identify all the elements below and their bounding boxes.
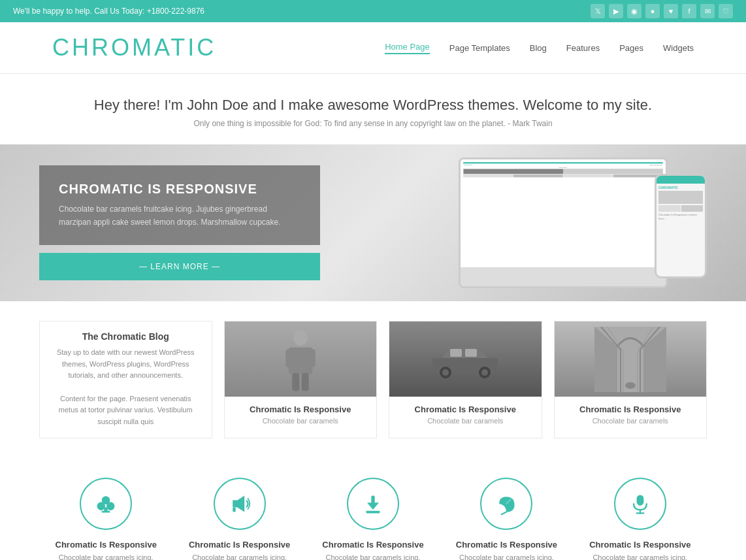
heart2-icon[interactable]: ♡ bbox=[719, 4, 733, 18]
svg-point-17 bbox=[106, 502, 115, 510]
feature-1: Chromatic Is Responsive Chocolate bar ca… bbox=[39, 471, 172, 560]
blog-post-1[interactable]: Chromatic Is Responsive Chocolate bar ca… bbox=[224, 321, 378, 438]
feature-5-icon-circle bbox=[614, 478, 666, 530]
hero-section: Hey there! I'm John Doe and I make aweso… bbox=[0, 74, 746, 144]
banner-mockup: CHROMATIC Hey there! I'm John Doe... bbox=[459, 157, 707, 288]
social-icons: 𝕏 ▶ ◉ ● ♥ f ✉ ♡ bbox=[591, 4, 733, 18]
rss-icon[interactable]: ◉ bbox=[627, 4, 641, 18]
blog-text-card: The Chromatic Blog Stay up to date with … bbox=[39, 321, 212, 438]
feature-3-title: Chromatic Is Responsive bbox=[310, 540, 436, 550]
banner-heading: CHROMATIC IS RESPONSIVE bbox=[59, 182, 300, 197]
youtube-icon[interactable]: ▶ bbox=[609, 4, 623, 18]
banner-left: CHROMATIC IS RESPONSIVE Chocolate bar ca… bbox=[39, 165, 320, 280]
post-1-content: Chromatic Is Responsive Chocolate bar ca… bbox=[225, 397, 377, 433]
nav-pages[interactable]: Pages bbox=[619, 43, 643, 53]
svg-point-16 bbox=[97, 502, 106, 510]
car-silhouette bbox=[429, 340, 501, 379]
feature-2-icon-circle bbox=[214, 478, 266, 530]
feature-1-icon-circle bbox=[80, 478, 132, 530]
feature-4-text: Chocolate bar caramels icing. bbox=[443, 553, 570, 560]
svg-rect-2 bbox=[285, 349, 295, 367]
learn-more-button[interactable]: — LEARN MORE — bbox=[39, 253, 320, 280]
post-3-image bbox=[555, 321, 707, 397]
heart-icon[interactable]: ♥ bbox=[664, 4, 678, 18]
laptop-base bbox=[461, 267, 666, 286]
mini-banner bbox=[463, 169, 663, 174]
top-bar: We'll be happy to help. Call Us Today: +… bbox=[0, 0, 746, 22]
svg-point-14 bbox=[625, 382, 636, 389]
twitter-icon[interactable]: 𝕏 bbox=[591, 4, 605, 18]
svg-line-25 bbox=[502, 512, 506, 514]
mini-site: CHROMATIC Hey there! I'm John Doe... bbox=[462, 161, 664, 178]
post-2-title: Chromatic Is Responsive bbox=[397, 404, 534, 414]
top-bar-text: We'll be happy to help. Call Us Today: +… bbox=[13, 7, 204, 16]
blog-description1: Stay up to date with our newest WordPres… bbox=[50, 347, 202, 382]
feature-1-text: Chocolate bar caramels icing. bbox=[42, 553, 169, 560]
nav-home[interactable]: Home Page bbox=[385, 42, 430, 54]
club-icon bbox=[94, 492, 118, 516]
post-2-content: Chromatic Is Responsive Chocolate bar ca… bbox=[389, 397, 542, 433]
banner-content: CHROMATIC IS RESPONSIVE Chocolate bar ca… bbox=[0, 157, 746, 288]
logo[interactable]: CHROMATIC bbox=[52, 34, 216, 61]
feature-2: Chromatic Is Responsive Chocolate bar ca… bbox=[172, 471, 306, 560]
blog-title: The Chromatic Blog bbox=[50, 331, 202, 342]
svg-rect-19 bbox=[102, 510, 110, 512]
hero-heading: Hey there! I'm John Doe and I make aweso… bbox=[13, 97, 733, 114]
mini-card-2 bbox=[513, 174, 563, 177]
banner-text-box: CHROMATIC IS RESPONSIVE Chocolate bar ca… bbox=[39, 165, 320, 244]
mini-banner-box bbox=[464, 169, 563, 174]
blog-section: The Chromatic Blog Stay up to date with … bbox=[0, 301, 746, 458]
feature-3: Chromatic Is Responsive Chocolate bar ca… bbox=[306, 471, 440, 560]
post-3-content: Chromatic Is Responsive Chocolate bar ca… bbox=[555, 397, 707, 433]
nav-page-templates[interactable]: Page Templates bbox=[449, 43, 510, 53]
arch-silhouette bbox=[594, 327, 666, 392]
mini-card-3 bbox=[563, 174, 613, 177]
svg-rect-8 bbox=[465, 349, 477, 357]
nav-blog[interactable]: Blog bbox=[530, 43, 547, 53]
feature-3-text: Chocolate bar caramels icing. bbox=[310, 553, 436, 560]
hero-subtext: Only one thing is impossible for God: To… bbox=[13, 119, 733, 128]
feature-2-text: Chocolate bar caramels icing. bbox=[176, 553, 302, 560]
mini-logo: CHROMATIC bbox=[464, 164, 473, 166]
nav-widgets[interactable]: Widgets bbox=[663, 43, 694, 53]
post-2-image bbox=[389, 321, 542, 397]
svg-point-0 bbox=[293, 329, 308, 345]
feature-3-icon-circle bbox=[347, 478, 399, 530]
blog-post-3[interactable]: Chromatic Is Responsive Chocolate bar ca… bbox=[554, 321, 707, 438]
svg-marker-23 bbox=[367, 502, 379, 510]
mini-card-1 bbox=[463, 174, 513, 177]
svg-rect-24 bbox=[366, 510, 380, 513]
banner-section: CHROMATIC IS RESPONSIVE Chocolate bar ca… bbox=[0, 144, 746, 301]
feature-5-text: Chocolate bar caramels icing. bbox=[577, 553, 704, 560]
header: CHROMATIC Home Page Page Templates Blog … bbox=[0, 22, 746, 74]
mini-cards-row bbox=[463, 174, 663, 177]
circle-icon[interactable]: ● bbox=[645, 4, 660, 18]
navigation: Home Page Page Templates Blog Features P… bbox=[385, 42, 694, 54]
nav-features[interactable]: Features bbox=[566, 43, 600, 53]
post-3-title: Chromatic Is Responsive bbox=[562, 404, 699, 414]
blog-post-2[interactable]: Chromatic Is Responsive Chocolate bar ca… bbox=[389, 321, 542, 438]
feature-5: Chromatic Is Responsive Chocolate bar ca… bbox=[574, 471, 707, 560]
post-1-subtitle: Chocolate bar caramels bbox=[233, 417, 369, 425]
feature-1-title: Chromatic Is Responsive bbox=[42, 540, 169, 550]
post-3-subtitle: Chocolate bar caramels bbox=[562, 417, 699, 425]
feature-4-icon-circle bbox=[480, 478, 532, 530]
megaphone-icon bbox=[228, 492, 251, 516]
svg-rect-4 bbox=[292, 372, 299, 390]
mail-icon[interactable]: ✉ bbox=[700, 4, 715, 18]
leaf-icon bbox=[495, 492, 518, 516]
post-1-title: Chromatic Is Responsive bbox=[233, 404, 369, 414]
svg-point-12 bbox=[481, 369, 488, 376]
facebook-icon[interactable]: f bbox=[682, 4, 696, 18]
svg-rect-5 bbox=[302, 372, 309, 390]
man-silhouette bbox=[281, 327, 320, 392]
features-section: Chromatic Is Responsive Chocolate bar ca… bbox=[0, 458, 746, 560]
svg-point-10 bbox=[442, 369, 449, 376]
feature-4-title: Chromatic Is Responsive bbox=[443, 540, 570, 550]
mic-icon bbox=[628, 492, 652, 516]
laptop-mockup: CHROMATIC Hey there! I'm John Doe... bbox=[459, 157, 668, 288]
svg-rect-3 bbox=[306, 349, 316, 367]
post-2-subtitle: Chocolate bar caramels bbox=[397, 417, 534, 425]
svg-rect-21 bbox=[233, 507, 236, 512]
download-icon bbox=[361, 492, 385, 516]
